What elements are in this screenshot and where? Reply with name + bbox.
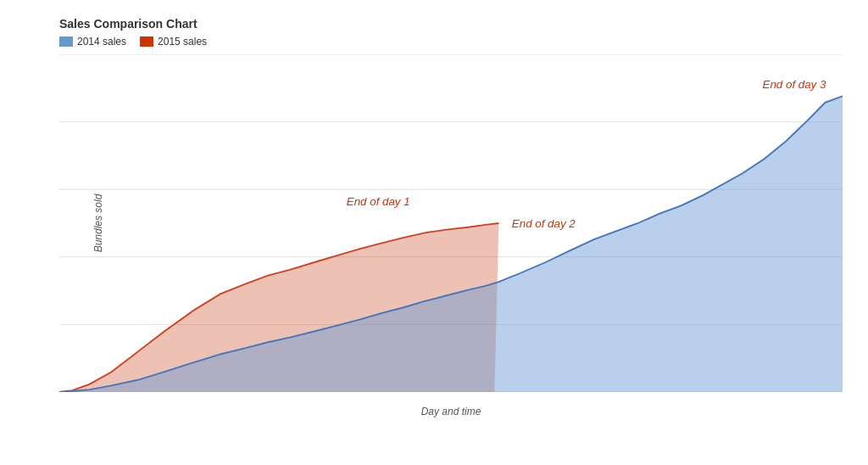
legend-label-2014: 2014 sales: [77, 36, 126, 48]
svg-text:End of day 2: End of day 2: [512, 217, 576, 229]
svg-text:End of day 1: End of day 1: [347, 196, 410, 208]
x-axis-label: Day and time: [421, 406, 481, 417]
chart-svg: 500 375 250 125 0 End of day 1 End of da…: [59, 54, 843, 392]
legend-item-2015: 2015 sales: [140, 36, 207, 48]
chart-title: Sales Comparison Chart: [59, 17, 843, 31]
legend-item-2014: 2014 sales: [59, 36, 126, 48]
y-axis-label: Bundles sold: [92, 194, 104, 253]
legend-label-2015: 2015 sales: [158, 36, 207, 48]
chart-legend: 2014 sales 2015 sales: [59, 36, 843, 48]
chart-container: Sales Comparison Chart 2014 sales 2015 s…: [0, 0, 868, 465]
svg-text:End of day 3: End of day 3: [763, 78, 827, 90]
legend-color-2015: [140, 36, 153, 47]
legend-color-2014: [59, 36, 73, 47]
